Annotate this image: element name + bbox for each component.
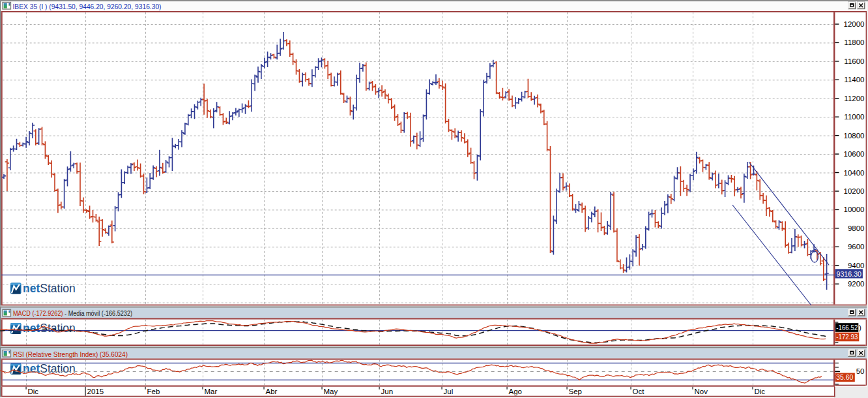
svg-text:10400: 10400: [844, 169, 865, 177]
svg-text:9600: 9600: [848, 243, 865, 251]
svg-text:Feb: Feb: [147, 388, 160, 395]
svg-text:RSI (Relative Strength Index): RSI (Relative Strength Index) (35.6024): [13, 350, 128, 358]
svg-text:Dic: Dic: [755, 388, 766, 395]
svg-text:Nov: Nov: [695, 388, 708, 395]
svg-text:Jul: Jul: [444, 388, 454, 395]
svg-text:11800: 11800: [844, 38, 864, 46]
svg-text:netStation: netStation: [23, 282, 76, 295]
svg-text:35.60: 35.60: [836, 373, 853, 381]
svg-text:MACD (-172.9262) - Media móvil: MACD (-172.9262) - Media móvil (-166.523…: [13, 309, 132, 317]
svg-text:10800: 10800: [844, 132, 865, 140]
svg-text:-166.52: -166.52: [836, 324, 858, 331]
svg-text:10200: 10200: [844, 187, 865, 195]
svg-text:): ): [859, 324, 861, 331]
svg-text:Ago: Ago: [509, 388, 522, 395]
svg-text:Oct: Oct: [633, 388, 645, 395]
svg-text:May: May: [324, 388, 338, 395]
svg-text:11000: 11000: [844, 113, 864, 121]
svg-text:-172.93: -172.93: [836, 333, 858, 341]
svg-text:IBEX 35 (I ) (9431.50, 9446.20: IBEX 35 (I ) (9431.50, 9446.20, 9260.20,…: [13, 3, 162, 10]
svg-text:50: 50: [856, 367, 865, 375]
svg-text:Dic: Dic: [28, 388, 39, 395]
svg-text:11200: 11200: [844, 95, 864, 102]
svg-text:Jun: Jun: [381, 388, 394, 395]
svg-text:11600: 11600: [844, 57, 864, 65]
svg-text:10000: 10000: [844, 206, 865, 213]
svg-text:9316.30: 9316.30: [837, 270, 862, 278]
svg-text:9800: 9800: [848, 224, 865, 232]
svg-text:Sep: Sep: [569, 388, 582, 395]
svg-text:9200: 9200: [848, 280, 865, 288]
svg-text:11400: 11400: [844, 76, 864, 84]
svg-text:2015: 2015: [87, 388, 104, 395]
svg-text:Abr: Abr: [266, 388, 278, 395]
svg-text:12000: 12000: [844, 20, 865, 28]
svg-text:Mar: Mar: [205, 388, 218, 395]
svg-text:netStation: netStation: [23, 362, 76, 375]
svg-text:10600: 10600: [844, 150, 865, 158]
svg-text:9400: 9400: [848, 262, 865, 269]
